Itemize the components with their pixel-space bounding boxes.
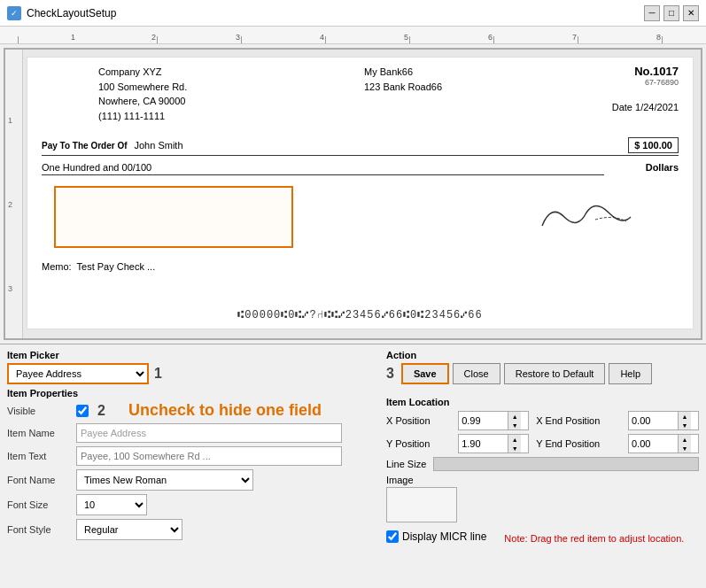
left-ruler: 1 2 3 (5, 50, 23, 338)
check-preview-area: 1 2 3 Company XYZ 100 Somewhere Rd. Nowh… (4, 48, 702, 340)
item-text-input[interactable] (76, 446, 342, 466)
y-pos-input[interactable] (459, 435, 508, 453)
pay-to-label: Pay To The Order Of (42, 141, 128, 151)
x-pos-down[interactable]: ▼ (508, 421, 521, 429)
y-end-up[interactable]: ▲ (679, 435, 691, 444)
line-size-label: Line Size (386, 459, 426, 469)
x-end-up[interactable]: ▲ (679, 412, 691, 421)
company-name: Company XYZ (98, 65, 187, 80)
font-style-row: Font Style Regular Bold Italic Bold Ital… (7, 519, 379, 540)
check-number-area: No.1017 67-76890 (634, 65, 679, 87)
written-amount: One Hundred and 00/100 (42, 162, 604, 175)
item-name-row: Item Name (7, 423, 379, 443)
bank-addr: 123 Bank Road66 (364, 80, 442, 95)
item-picker-label: Item Picker (7, 350, 379, 360)
memo-text: Test Pay Check ... (77, 261, 156, 272)
close-button[interactable]: Close (453, 363, 500, 384)
ruler-label-1: 1 (71, 33, 75, 42)
ruler-label-3: 3 (236, 33, 240, 42)
signature (533, 195, 640, 245)
maximize-button[interactable]: □ (663, 5, 679, 21)
check-number: No.1017 (634, 65, 679, 78)
y-end-spinner: ▲ ▼ (678, 435, 691, 453)
font-size-row: Font Size 8 9 10 11 12 (7, 494, 379, 515)
action-label: Action (386, 350, 652, 360)
save-button[interactable]: Save (401, 363, 449, 384)
y-pos-down[interactable]: ▼ (508, 444, 521, 453)
memo-label: Memo: (42, 261, 72, 272)
y-pos-up[interactable]: ▲ (508, 435, 521, 444)
check-date: Date 1/24/2021 (612, 102, 679, 112)
top-ruler: 1 2 3 4 5 6 7 8 (0, 27, 706, 44)
x-pos-input[interactable] (459, 412, 508, 429)
y-end-input[interactable] (629, 435, 678, 453)
image-label: Image (386, 475, 699, 485)
x-pos-spinner: ▲ ▼ (508, 412, 521, 429)
y-pos-field: ▲ ▼ (458, 434, 529, 453)
uncheck-hint: Uncheck to hide one field (128, 401, 322, 420)
image-section: Image (386, 475, 699, 522)
memo-line: Memo: Test Pay Check ... (42, 261, 155, 272)
bottom-panel: Item Picker Payee Address Company Name B… (0, 344, 706, 549)
window-controls: ─ □ ✕ (644, 5, 699, 21)
line-size-bar[interactable] (433, 457, 699, 471)
x-pos-up[interactable]: ▲ (508, 412, 521, 421)
y-pos-spinner: ▲ ▼ (508, 435, 521, 453)
visible-badge: 2 (97, 403, 105, 419)
item-name-label: Item Name (7, 428, 71, 438)
payee-address-highlight (54, 186, 293, 248)
item-picker-badge: 1 (154, 366, 162, 382)
help-button[interactable]: Help (609, 363, 652, 384)
visible-checkbox[interactable] (76, 405, 89, 417)
font-name-select[interactable]: Times New Roman Arial Courier New Verdan… (76, 469, 253, 491)
item-text-label: Item Text (7, 451, 71, 461)
x-end-down[interactable]: ▼ (679, 421, 691, 429)
item-location-label: Item Location (386, 397, 699, 407)
x-pos-field: ▲ ▼ (458, 411, 529, 430)
check-canvas: Company XYZ 100 Somewhere Rd. Nowhere, C… (27, 57, 694, 329)
line-size-row: Line Size (386, 457, 699, 471)
y-end-field: ▲ ▼ (628, 434, 699, 453)
y-end-down[interactable]: ▼ (679, 444, 691, 453)
y-pos-label: Y Position (386, 438, 451, 449)
routing-number: 67-76890 (634, 78, 679, 87)
font-size-select[interactable]: 8 9 10 11 12 (76, 494, 147, 515)
x-end-input[interactable] (629, 412, 678, 429)
ruler-label-8: 8 (656, 33, 661, 42)
visible-row: Visible 2 Uncheck to hide one field (7, 401, 379, 420)
visible-label: Visible (7, 406, 71, 416)
bank-info: My Bank66 123 Bank Road66 (364, 65, 442, 94)
app-title: CheckLayoutSetup (27, 7, 116, 19)
item-properties-label: Item Properties (7, 388, 379, 398)
font-name-label: Font Name (7, 475, 71, 485)
font-style-select[interactable]: Regular Bold Italic Bold Italic (76, 519, 182, 540)
close-button[interactable]: ✕ (683, 5, 699, 21)
action-buttons: 3 Save Close Restore to Default Help (386, 363, 652, 384)
company-addr1: 100 Somewhere Rd. (98, 80, 187, 95)
item-text-row: Item Text (7, 446, 379, 466)
ruler-label-6: 6 (488, 33, 493, 42)
font-style-label: Font Style (7, 524, 71, 535)
font-name-row: Font Name Times New Roman Arial Courier … (7, 469, 379, 491)
minimize-button[interactable]: ─ (644, 5, 660, 21)
ruler-v-2: 2 (8, 200, 12, 209)
app-icon: ✓ (7, 6, 21, 20)
check-amount: $ 100.00 (628, 137, 679, 153)
font-size-label: Font Size (7, 499, 71, 510)
x-end-label: X End Position (536, 415, 621, 426)
bank-name: My Bank66 (364, 65, 442, 80)
item-properties-section: Item Properties Visible 2 Uncheck to hid… (7, 388, 379, 540)
company-info: Company XYZ 100 Somewhere Rd. Nowhere, C… (98, 65, 187, 123)
ruler-label-4: 4 (320, 33, 324, 42)
item-name-input[interactable] (76, 423, 342, 443)
dollars-label: Dollars (646, 162, 679, 173)
payee-name: John Smith (135, 140, 622, 151)
item-picker-select[interactable]: Payee Address Company Name Bank Name Che… (7, 363, 149, 384)
location-grid: X Position ▲ ▼ X End Position ▲ (386, 411, 699, 453)
action-badge: 3 (386, 366, 394, 382)
titlebar: ✓ CheckLayoutSetup ─ □ ✕ (0, 0, 706, 27)
right-panel: Action 3 Save Close Restore to Default H… (386, 350, 699, 544)
ruler-v-3: 3 (8, 284, 12, 293)
display-micr-checkbox[interactable] (386, 530, 399, 543)
restore-default-button[interactable]: Restore to Default (504, 363, 606, 384)
